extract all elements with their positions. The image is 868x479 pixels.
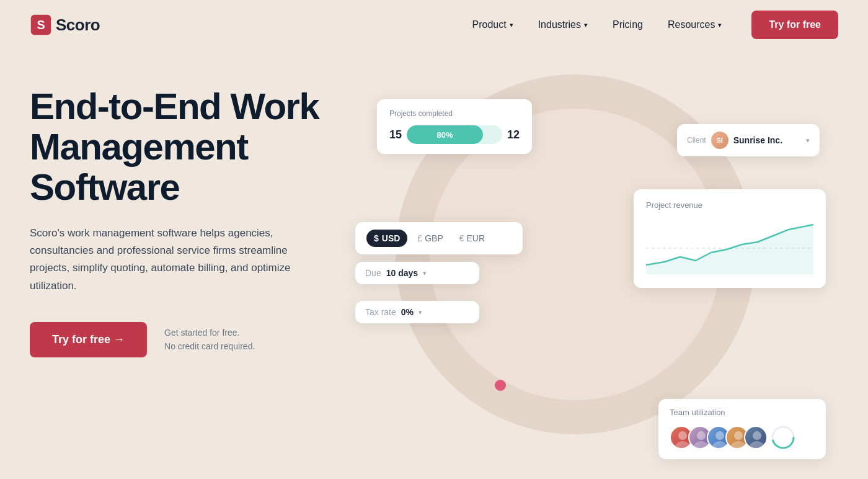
svg-point-12 (753, 431, 761, 440)
nav-industries[interactable]: Industries ▾ (538, 19, 588, 30)
nav-links: Product ▾ Industries ▾ Pricing Resources… (472, 19, 722, 30)
hero-cta-row: Try for free → Get started for free. No … (30, 322, 352, 357)
due-label: Due (365, 268, 381, 278)
currency-usd[interactable]: $ USD (366, 230, 407, 247)
chevron-down-icon: ▾ (806, 137, 810, 145)
svg-point-6 (697, 431, 706, 440)
projects-completed-card: Projects completed 15 80% 12 (377, 99, 532, 154)
currency-row: $ USD £ GBP € EUR (366, 230, 512, 247)
svg-point-11 (731, 441, 746, 449)
nav-resources[interactable]: Resources ▾ (668, 19, 722, 30)
logo-icon: S (30, 14, 52, 36)
progress-percent: 80% (437, 130, 453, 140)
svg-point-7 (694, 441, 709, 449)
hero-title: End-to-End Work Management Software (30, 87, 352, 207)
progress-bar: 80% (407, 125, 502, 144)
hero-section: End-to-End Work Management Software Scor… (0, 50, 868, 479)
svg-point-13 (750, 441, 764, 449)
hero-cta-button[interactable]: Try for free → (30, 322, 147, 357)
projects-right-count: 12 (507, 128, 520, 141)
hero-description: Scoro's work management software helps a… (30, 225, 315, 294)
svg-point-4 (678, 431, 687, 440)
client-card[interactable]: Client SI Sunrise Inc. ▾ (677, 124, 820, 156)
svg-point-5 (675, 441, 690, 449)
project-revenue-card: Project revenue (634, 189, 826, 288)
team-avatar-row (670, 424, 815, 450)
due-value: 10 days (386, 268, 418, 278)
projects-left-count: 15 (389, 128, 402, 141)
nav-pricing[interactable]: Pricing (613, 19, 643, 30)
revenue-chart (646, 218, 813, 274)
tax-rate-card[interactable]: Tax rate 0% ▾ (355, 301, 479, 323)
team-member-5 (744, 426, 768, 449)
projects-progress-row: 15 80% 12 (389, 125, 520, 144)
chevron-down-icon: ▾ (718, 21, 722, 29)
svg-marker-3 (646, 225, 813, 274)
chevron-down-icon: ▾ (418, 308, 422, 316)
tax-value: 0% (401, 307, 414, 317)
logo-text: Scoro (56, 16, 100, 35)
svg-point-8 (715, 431, 724, 440)
projects-card-title: Projects completed (389, 109, 520, 118)
chevron-down-icon: ▾ (510, 21, 513, 29)
logo[interactable]: S Scoro (30, 14, 100, 36)
pink-dot-decoration (495, 380, 506, 391)
utilization-arc (770, 424, 796, 450)
currency-eur[interactable]: € EUR (453, 230, 491, 247)
chevron-down-icon: ▾ (584, 21, 588, 29)
client-avatar: SI (711, 132, 728, 149)
svg-text:S: S (37, 18, 45, 32)
tax-row: Tax rate 0% ▾ (365, 307, 469, 317)
nav-cta-button[interactable]: Try for free (751, 11, 838, 39)
client-name: Sunrise Inc. (733, 135, 801, 145)
tax-label: Tax rate (365, 307, 396, 317)
navbar: S Scoro Product ▾ Industries ▾ Pricing R… (0, 0, 868, 50)
client-label: Client (687, 136, 706, 145)
due-row: Due 10 days ▾ (365, 268, 469, 278)
hero-illustration: Projects completed 15 80% 12 Client SI S… (352, 68, 838, 478)
team-utilization-card: Team utilization (658, 399, 826, 459)
svg-point-9 (712, 441, 727, 449)
currency-gbp[interactable]: £ GBP (411, 230, 449, 247)
chevron-down-icon: ▾ (423, 269, 427, 277)
progress-fill: 80% (407, 125, 483, 144)
nav-product[interactable]: Product ▾ (472, 19, 513, 30)
hero-cta-subtext: Get started for free. No credit card req… (164, 326, 255, 354)
team-title: Team utilization (670, 408, 815, 417)
due-card[interactable]: Due 10 days ▾ (355, 262, 479, 284)
currency-card[interactable]: $ USD £ GBP € EUR (355, 222, 523, 254)
hero-left: End-to-End Work Management Software Scor… (30, 68, 352, 357)
svg-point-10 (734, 431, 743, 440)
revenue-title: Project revenue (646, 200, 813, 210)
